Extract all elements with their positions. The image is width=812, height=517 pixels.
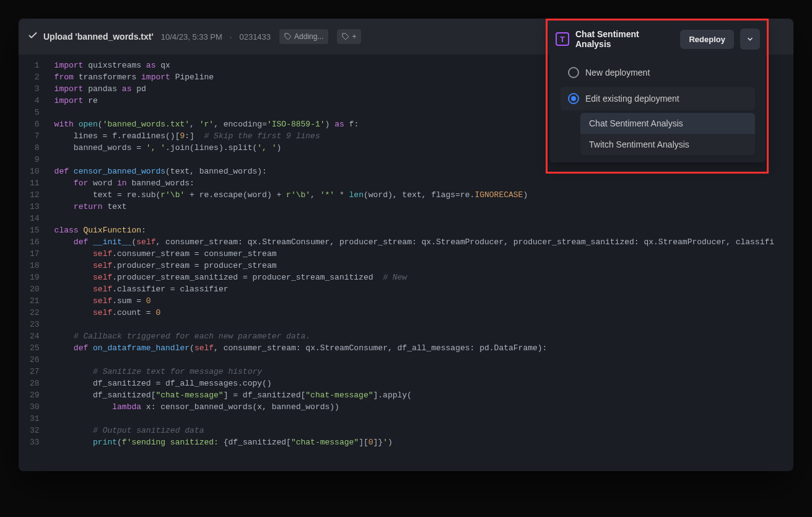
radio-group: New deployment Edit existing deployment (549, 61, 766, 110)
radio-edit-deployment[interactable]: Edit existing deployment (561, 87, 755, 110)
radio-edit-label: Edit existing deployment (585, 94, 679, 104)
chevron-down-button[interactable] (740, 29, 760, 50)
tag-adding-label: Adding... (294, 32, 323, 41)
redeploy-button[interactable]: Redeploy (680, 30, 734, 49)
line-gutter: 1234567891011121314151617181920212223242… (19, 55, 47, 471)
radio-off-icon (568, 67, 579, 78)
deploy-item-twitch[interactable]: Twitch Sentiment Analysis (580, 134, 755, 155)
check-icon (27, 30, 38, 43)
panel-header: T Chat Sentiment Analysis Redeploy (549, 22, 766, 58)
tag-plus-label: + (352, 32, 356, 41)
commit-date: 10/4/23, 5:33 PM (161, 32, 222, 42)
panel-title: Chat Sentiment Analysis (575, 29, 674, 49)
project-badge: T (556, 32, 569, 46)
editor-window: Upload 'banned_words.txt' 10/4/23, 5:33 … (19, 19, 793, 471)
commit-hash: 0231433 (239, 32, 271, 42)
tag-add-button[interactable]: + (337, 29, 361, 44)
tag-adding-button[interactable]: Adding... (279, 29, 328, 44)
radio-on-icon (568, 93, 579, 104)
radio-new-label: New deployment (585, 68, 650, 77)
deployment-list: Chat Sentiment Analysis Twitch Sentiment… (580, 113, 755, 155)
commit-sep: · (230, 32, 232, 42)
deploy-item-chat[interactable]: Chat Sentiment Analysis (580, 113, 755, 134)
deploy-panel: T Chat Sentiment Analysis Redeploy New d… (549, 22, 766, 162)
radio-new-deployment[interactable]: New deployment (561, 61, 755, 84)
commit-title: Upload 'banned_words.txt' (43, 32, 154, 42)
